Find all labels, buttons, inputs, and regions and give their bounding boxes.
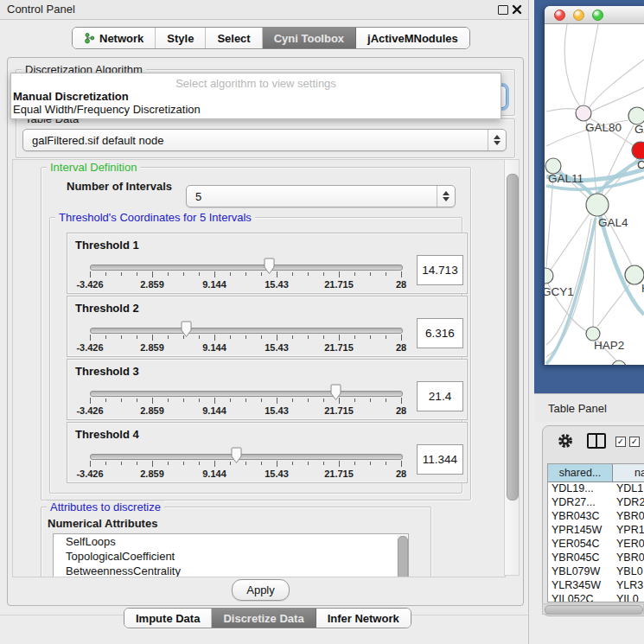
tab-network[interactable]: Network <box>73 28 156 48</box>
close-icon[interactable] <box>512 4 522 15</box>
tab-discretize-data[interactable]: Discretize Data <box>212 609 316 628</box>
table-panel-title: Table Panel <box>548 402 607 415</box>
window-zoom-icon[interactable] <box>592 10 603 21</box>
node-selected-red[interactable] <box>632 142 644 159</box>
threshold-value-field[interactable]: 11.344 <box>417 444 463 475</box>
apply-button[interactable]: Apply <box>232 579 290 601</box>
threshold-1-panel: Threshold 1 -3.4262.8599.14415.4321.7152… <box>67 233 468 294</box>
network-nodes[interactable] <box>545 105 644 365</box>
table-horizontal-scrollbar[interactable] <box>542 603 644 615</box>
table-cell[interactable]: YBR0 <box>616 551 644 564</box>
table-cell[interactable]: YDR2 <box>616 495 644 509</box>
scrollbar-thumb[interactable] <box>545 605 643 615</box>
table-cell[interactable]: YBL0 <box>616 564 643 578</box>
attribute-list-item[interactable]: BetweennessCentrality <box>54 564 408 577</box>
float-window-icon[interactable] <box>498 5 508 15</box>
threshold-3-panel: Threshold 3 -3.4262.8599.14415.4321.7152… <box>67 359 468 420</box>
node-gal4[interactable] <box>586 194 609 216</box>
table-cell[interactable]: YER0 <box>616 537 644 551</box>
table-row[interactable]: YLR345WYLR3 <box>548 578 644 592</box>
tab-impute-data[interactable]: Impute Data <box>124 609 212 628</box>
table-row[interactable]: YIL052CYIL0 <box>548 592 644 603</box>
threshold-value-field[interactable]: 21.4 <box>417 381 463 411</box>
node-top-right[interactable] <box>628 107 644 124</box>
attribute-list-item[interactable]: TopologicalCoefficient <box>54 549 408 564</box>
tick-mark <box>199 399 200 402</box>
algorithm-option-manual[interactable]: Manual Discretization <box>13 90 129 103</box>
scrollbar-thumb[interactable] <box>507 174 519 501</box>
checkbox-icon[interactable]: ✓ <box>629 437 640 447</box>
attributes-scrollbar[interactable] <box>397 535 407 577</box>
column-header-name[interactable]: na <box>613 464 644 481</box>
node-gcy1[interactable] <box>545 268 553 284</box>
threshold-value-field[interactable]: 6.316 <box>417 318 463 348</box>
window-minimize-icon[interactable] <box>573 10 584 21</box>
table-cell[interactable]: YBR0 <box>616 509 644 523</box>
tick-label: 2.859 <box>140 342 164 353</box>
slider-ticks <box>90 271 403 278</box>
column-header-shared-name[interactable]: shared... <box>548 464 613 481</box>
table-cell[interactable]: YBR043C <box>552 509 613 523</box>
tab-style[interactable]: Style <box>156 28 206 48</box>
settings-scrollbar[interactable] <box>504 159 520 576</box>
table-row[interactable]: YBL079WYBL0 <box>548 564 644 578</box>
tab-select[interactable]: Select <box>206 28 262 48</box>
table-cell[interactable]: YBR045C <box>552 551 613 564</box>
scrollbar-thumb[interactable] <box>398 536 408 577</box>
tab-jactivemnodules[interactable]: jActiveMNodules <box>356 28 469 48</box>
gear-icon[interactable] <box>557 432 574 450</box>
threshold-slider-track[interactable] <box>90 391 403 397</box>
combobox-stepper-icon[interactable] <box>437 186 455 207</box>
split-columns-icon[interactable] <box>587 433 606 449</box>
table-row[interactable]: YDR27...YDR2 <box>548 495 644 509</box>
network-canvas[interactable]: GAL80 GA C GAL11 GAL4 GCY1 H HAP2 <box>545 24 644 365</box>
network-window-titlebar[interactable] <box>545 6 644 24</box>
table-cell[interactable]: YIL0 <box>616 592 639 603</box>
node-label: HAP2 <box>594 339 624 352</box>
table-cell[interactable]: YDL19... <box>552 481 613 495</box>
attribute-list-item[interactable]: SelfLoops <box>54 534 408 549</box>
slider-ticks <box>90 335 403 341</box>
table-row[interactable]: YDL19...YDL1 <box>548 481 644 495</box>
table-row[interactable]: YER054CYER0 <box>548 537 644 551</box>
tab-infer-network[interactable]: Infer Network <box>316 609 411 628</box>
table-cell[interactable]: YBL079W <box>552 564 613 578</box>
tick-mark <box>152 335 153 341</box>
table-cell[interactable]: YDL1 <box>616 481 643 495</box>
tab-cyni-toolbox[interactable]: Cyni Toolbox <box>263 28 356 48</box>
tick-label: 9.144 <box>202 279 226 290</box>
tick-mark <box>354 399 355 402</box>
node-bottom-partial[interactable] <box>612 360 626 365</box>
number-of-intervals-combobox[interactable]: 5 <box>186 185 456 207</box>
checkbox-icon[interactable]: ✓ <box>615 437 626 447</box>
table-cell[interactable]: YIL052C <box>552 592 613 603</box>
table-cell[interactable]: YLR345W <box>552 578 613 592</box>
table-cell[interactable]: YPR1 <box>616 523 644 537</box>
node-gal80[interactable] <box>576 105 591 121</box>
threshold-slider-track[interactable] <box>90 454 403 460</box>
threshold-value-field[interactable]: 14.713 <box>417 255 463 285</box>
number-of-intervals-value: 5 <box>187 190 437 203</box>
tick-mark <box>214 271 215 277</box>
combobox-stepper-icon[interactable] <box>488 130 506 150</box>
tab-label: Impute Data <box>136 612 200 625</box>
window-close-icon[interactable] <box>554 10 565 21</box>
algorithm-option-equal-width[interactable]: Equal Width/Frequency Discretization <box>13 103 201 116</box>
threshold-slider-track[interactable] <box>90 328 403 334</box>
table-cell[interactable]: YER054C <box>552 537 613 551</box>
table-row[interactable]: YBR045CYBR0 <box>548 551 644 564</box>
tick-mark <box>323 399 324 402</box>
table-row[interactable]: YPR145WYPR1 <box>548 523 644 537</box>
table-cell[interactable]: YPR145W <box>552 523 613 537</box>
tick-label: 9.144 <box>202 342 226 353</box>
table-cell[interactable]: YLR3 <box>616 578 643 592</box>
tick-label: 2.859 <box>140 405 164 416</box>
table-row[interactable]: YBR043CYBR0 <box>548 509 644 523</box>
node-label: GAL80 <box>585 121 622 134</box>
tick-mark <box>386 399 386 402</box>
table-cell[interactable]: YDR27... <box>552 495 613 509</box>
threshold-slider-track[interactable] <box>90 265 403 271</box>
tick-mark <box>121 335 122 339</box>
panel-divider[interactable] <box>528 0 529 644</box>
table-data-combobox[interactable]: galFiltered.sif default node <box>22 129 507 151</box>
